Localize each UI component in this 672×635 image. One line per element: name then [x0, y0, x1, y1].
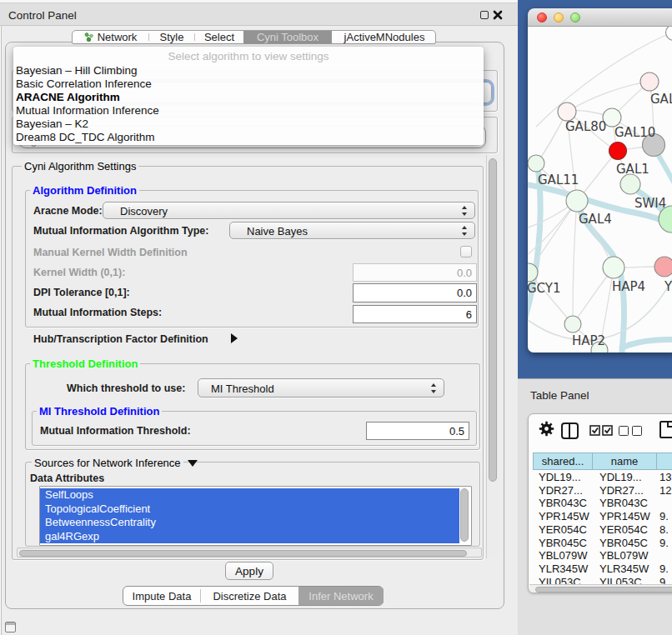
cell[interactable]: YBR043C [539, 497, 587, 509]
column-layout-icon[interactable] [561, 422, 579, 439]
apply-button[interactable]: Apply [225, 562, 273, 580]
node-hap4[interactable] [603, 257, 624, 278]
which-threshold-spinner-icon [431, 383, 437, 393]
tab-cyni-toolbox[interactable]: Cyni Toolbox [243, 31, 332, 43]
cell[interactable]: YBL079W [599, 549, 649, 562]
zoom-window-button[interactable] [570, 12, 580, 22]
cell[interactable]: YDL19... [599, 471, 642, 483]
cell[interactable]: 8. [659, 523, 669, 536]
column-header-third[interactable]: A [656, 452, 672, 470]
attribute-item-gal4rgexp[interactable]: gal4RGexp [40, 530, 459, 544]
manual-kernel-checkbox[interactable] [460, 246, 472, 258]
cell[interactable]: YBR043C [599, 497, 648, 509]
network-view[interactable]: GAL7 GAL80 GAL10 GAL11 GAL1 GAL4 SWI4 GC… [528, 27, 672, 352]
table-panel: Table Panel shared... name A [518, 378, 672, 635]
cell[interactable]: YBR045C [599, 537, 648, 549]
node-gal1[interactable] [620, 174, 640, 194]
popup-item-dream8[interactable]: Dream8 DC_TDC Algorithm [16, 131, 155, 143]
mi-type-label: Mutual Information Algorithm Type: [33, 225, 208, 237]
cell[interactable]: YPR145W [599, 510, 650, 522]
node-selected-red[interactable] [609, 142, 627, 160]
tab-select[interactable]: Select [195, 31, 243, 43]
node-gal7[interactable] [640, 72, 659, 91]
popup-item-bayesian-hill[interactable]: Bayesian – Hill Climbing [16, 64, 138, 77]
cell[interactable]: 13 [659, 471, 671, 483]
control-panel-titlebar [0, 2, 518, 26]
cell[interactable]: YER054C [599, 523, 648, 536]
settings-vscrollbar[interactable] [486, 155, 499, 558]
close-panel-button[interactable] [493, 10, 503, 20]
minimize-window-button[interactable] [554, 12, 564, 22]
attribute-item-topologicalcoefficient[interactable]: TopologicalCoefficient [40, 502, 459, 517]
popup-item-bayesian-k2[interactable]: Bayesian – K2 [16, 118, 88, 130]
hub-definition-label[interactable]: Hub/Transcription Factor Definition [33, 333, 208, 345]
tab-impute-data[interactable]: Impute Data [123, 587, 200, 605]
tab-infer-network[interactable]: Infer Network [298, 587, 384, 605]
cell[interactable]: YLR345W [599, 562, 649, 575]
column-header-shared[interactable]: shared... [533, 452, 593, 470]
select-all-icon[interactable] [589, 425, 613, 436]
cell[interactable]: YBR045C [539, 537, 587, 549]
which-threshold-select[interactable]: MI Threshold [198, 378, 444, 398]
attribute-list-scrollbar[interactable] [460, 488, 469, 542]
popup-item-basic-correlation[interactable]: Basic Correlation Inference [16, 78, 152, 90]
deselect-all-icon[interactable] [619, 426, 629, 436]
node-label-gal11: GAL11 [538, 172, 579, 188]
node-gal11[interactable] [528, 155, 544, 172]
mi-steps-input[interactable]: 6 [353, 305, 477, 323]
node-unlabeled-top[interactable] [666, 27, 672, 41]
deselect-all-icon2[interactable] [632, 426, 642, 436]
table-header: shared... name A [533, 452, 672, 470]
attribute-item-betweennesscentrality[interactable]: BetweennessCentrality [40, 516, 459, 530]
cell[interactable]: YIL053C [539, 576, 581, 584]
popup-item-aracne[interactable]: ARACNE Algorithm [16, 91, 120, 103]
tab-jactivemnodules[interactable]: jActiveMNodules [332, 31, 437, 43]
mi-type-value: Naive Bayes [247, 224, 308, 237]
cell[interactable]: YPR145W [539, 510, 589, 522]
cell[interactable]: 9. [659, 576, 669, 584]
cell[interactable]: YDL19... [539, 471, 581, 483]
network-window-titlebar[interactable] [528, 8, 672, 27]
cell[interactable]: 9. [659, 510, 669, 522]
kernel-width-input[interactable]: 0.0 [353, 263, 477, 282]
bottom-tab-bar: Impute Data Discretize Data Infer Networ… [123, 586, 384, 606]
attribute-item-selfloops[interactable]: SelfLoops [40, 488, 459, 502]
table-mode-icon[interactable] [659, 421, 672, 438]
cell[interactable]: YBL079W [539, 549, 588, 562]
aracne-mode-label: Aracne Mode: [33, 205, 103, 217]
tab-style[interactable]: Style [149, 31, 194, 43]
dpi-tolerance-input[interactable]: 0.0 [353, 283, 477, 302]
node-gal80[interactable] [558, 102, 576, 121]
cell[interactable]: 9. [659, 562, 669, 575]
cell[interactable]: 12 [659, 484, 671, 497]
node-hap2[interactable] [564, 316, 581, 332]
cell[interactable]: 9. [659, 537, 669, 549]
cell[interactable]: YLR345W [539, 562, 588, 575]
float-window-button[interactable] [480, 11, 489, 19]
restore-panel-icon[interactable] [5, 622, 16, 632]
popup-item-mutual-information[interactable]: Mutual Information Inference [16, 104, 159, 117]
tab-discretize-data[interactable]: Discretize Data [201, 587, 298, 605]
column-header-name[interactable]: name [592, 452, 657, 470]
node-y[interactable] [654, 257, 672, 277]
table-settings-gear-icon[interactable] [539, 421, 554, 437]
close-window-button[interactable] [537, 12, 547, 22]
network-window: GAL7 GAL80 GAL10 GAL11 GAL1 GAL4 SWI4 GC… [528, 8, 672, 352]
mi-threshold-group-label: MI Threshold Definition [37, 405, 162, 418]
node-label-gal7: GAL7 [650, 92, 672, 107]
cell[interactable]: YER054C [539, 523, 587, 536]
mi-threshold-input[interactable]: 0.5 [366, 422, 469, 440]
mi-type-select[interactable]: Naive Bayes [229, 222, 475, 239]
cell[interactable]: YDR27... [599, 484, 644, 497]
node-label-hap2: HAP2 [572, 333, 605, 348]
sources-collapse-arrow-icon[interactable] [188, 460, 198, 467]
tab-network[interactable]: Network [73, 31, 148, 43]
aracne-mode-select[interactable]: Discovery [103, 202, 475, 219]
hub-expand-arrow-icon[interactable] [231, 333, 238, 343]
settings-hscrollbar[interactable] [17, 548, 482, 558]
cell[interactable]: YDR27... [539, 484, 583, 497]
node-label-gal1: GAL1 [616, 162, 649, 177]
node-gal4[interactable] [566, 190, 588, 212]
table-hscrollbar[interactable] [529, 584, 672, 593]
cell[interactable]: YIL053C [599, 576, 642, 584]
